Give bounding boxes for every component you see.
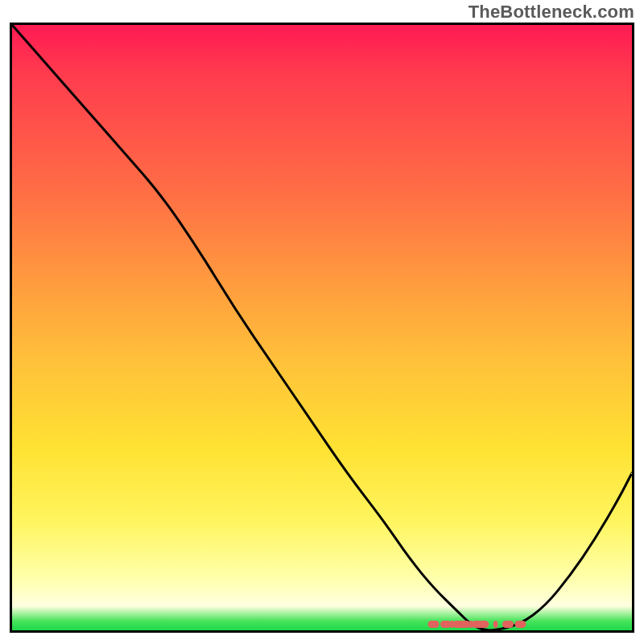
plot-area <box>10 23 634 633</box>
valley-marker <box>502 621 514 628</box>
watermark-text: TheBottleneck.com <box>469 2 634 23</box>
chart-curve-layer <box>12 25 632 630</box>
chart-root: TheBottleneck.com <box>0 0 644 644</box>
valley-markers <box>428 621 526 628</box>
curve-path <box>12 25 632 630</box>
valley-marker <box>477 621 489 628</box>
valley-marker <box>428 621 440 628</box>
valley-marker <box>514 621 526 628</box>
valley-marker <box>493 621 498 628</box>
